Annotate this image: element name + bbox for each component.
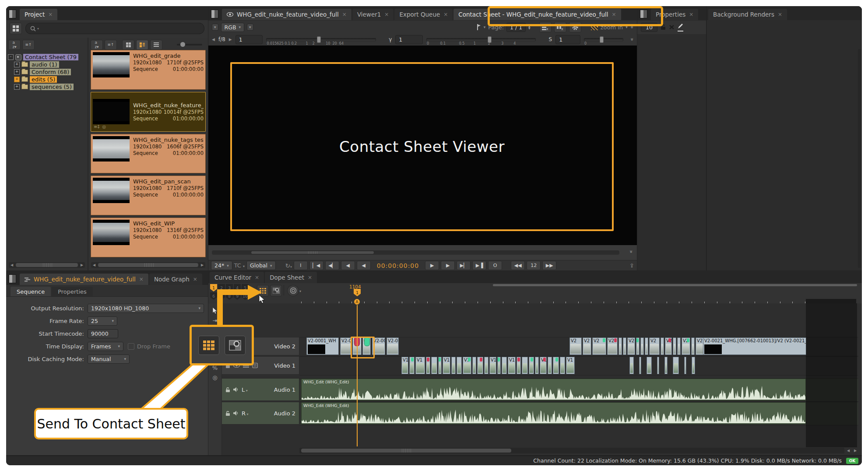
timeline-clip[interactable] bbox=[477, 357, 483, 374]
frame-rate-select[interactable]: 25▾ bbox=[88, 316, 117, 326]
bin-tree-item[interactable]: +edits (5) bbox=[8, 76, 88, 83]
bin-tree-item[interactable]: +audio (1) bbox=[8, 61, 88, 68]
slider-knob[interactable] bbox=[600, 36, 604, 43]
loop-mode-icon[interactable]: ↻▾ bbox=[285, 262, 292, 269]
gamma-slider[interactable]: 0 0.1 0.5 1 2 3 4 bbox=[426, 38, 536, 41]
view-mode-button[interactable] bbox=[10, 23, 22, 34]
audio-clip[interactable]: WHG_Edit (WHG_Edit) bbox=[301, 402, 806, 424]
contact-sheet-rows-button[interactable]: x bbox=[539, 22, 552, 32]
bin-tree-item[interactable]: -Contact Sheet (79 bbox=[8, 53, 88, 61]
edit-mode-toggle[interactable] bbox=[678, 23, 683, 32]
gain-value[interactable]: 1 bbox=[235, 35, 263, 44]
timeline-clip[interactable] bbox=[692, 357, 695, 374]
timeline-clip[interactable] bbox=[684, 357, 686, 374]
timeline-clip[interactable]: V1 bbox=[508, 357, 516, 374]
timeline-clip[interactable]: V2 bbox=[682, 337, 690, 355]
tree-toggle-icon[interactable]: + bbox=[14, 77, 20, 82]
tab-export-queue[interactable]: Export Queue × bbox=[394, 9, 453, 20]
timeline-clip[interactable] bbox=[517, 357, 521, 374]
play-backward-button[interactable]: ◀ bbox=[341, 261, 355, 270]
tab-contact-sheet[interactable]: Contact Sheet - WHG_edit_nuke_feature_vi… bbox=[453, 9, 621, 20]
rate-value[interactable]: 12 bbox=[527, 261, 541, 270]
timeline-clip[interactable] bbox=[618, 337, 622, 355]
tree-toggle-icon[interactable]: + bbox=[14, 62, 20, 67]
fps-dropdown[interactable]: 24*▾ bbox=[211, 261, 232, 270]
timeline-clip[interactable]: V2-0 bbox=[340, 337, 351, 355]
timeline-clip[interactable] bbox=[560, 357, 565, 374]
clip-card[interactable]: WHG_edit_grade1920x10801710f @25FPSSeque… bbox=[91, 50, 206, 90]
timeline-clip[interactable] bbox=[431, 357, 437, 374]
chevron-down-icon[interactable]: ▾ bbox=[626, 25, 628, 29]
bin-tree-item[interactable]: +Conform (68) bbox=[8, 68, 88, 76]
timeline-clip[interactable] bbox=[426, 357, 430, 374]
tree-toggle-icon[interactable]: + bbox=[14, 84, 20, 90]
time-display-select[interactable]: Frames▾ bbox=[88, 342, 123, 351]
timeline-clip[interactable] bbox=[673, 337, 676, 355]
timeline-clip[interactable] bbox=[645, 337, 648, 355]
arrow-right-icon[interactable]: ▶ bbox=[229, 37, 232, 42]
scrollbar-thumb[interactable] bbox=[98, 263, 198, 267]
timeline-clip[interactable] bbox=[522, 357, 528, 374]
decrease-rate-button[interactable]: ◀◀ bbox=[511, 261, 525, 270]
vertical-scrollbar[interactable] bbox=[858, 49, 861, 268]
timeline-clip[interactable] bbox=[677, 337, 681, 355]
audio-clip[interactable]: WHG_Edit (WHG_Edit) bbox=[301, 379, 806, 400]
timeline-clip[interactable]: V1 bbox=[540, 357, 547, 374]
timeline-clip[interactable] bbox=[484, 357, 488, 374]
sort-alpha-button[interactable]: az▾ bbox=[8, 40, 21, 50]
gain-slider[interactable]: 0.015625 0.1 0.2 1 2 10 20 64 bbox=[266, 38, 376, 41]
close-icon[interactable]: × bbox=[48, 12, 53, 17]
goto-start-button[interactable]: ▏◀ bbox=[309, 261, 323, 270]
disk-caching-select[interactable]: Manual▾ bbox=[88, 355, 130, 364]
timeline-clip[interactable] bbox=[457, 357, 462, 374]
clip-card[interactable]: WHG_edit_WIP1920x10801316f @25FPSSequenc… bbox=[91, 218, 206, 257]
clip-card[interactable]: WHG_edit_pan_scan1920x10801710f @25FPSSe… bbox=[91, 176, 206, 215]
timeline-clip[interactable] bbox=[647, 357, 652, 374]
list-view-button[interactable] bbox=[150, 40, 162, 50]
close-icon[interactable]: × bbox=[308, 275, 312, 280]
timeline-clip[interactable]: V2 bbox=[583, 337, 591, 355]
sort-order-button[interactable]: ≡↑ bbox=[22, 40, 35, 50]
search-input[interactable]: ▾ bbox=[25, 23, 204, 34]
tab-project[interactable]: Project × bbox=[20, 9, 57, 20]
timeline-clip[interactable] bbox=[535, 357, 539, 374]
panel-menu-icon[interactable] bbox=[9, 274, 16, 283]
chevron-down-icon[interactable]: ▾ bbox=[484, 25, 486, 29]
timeline-clip[interactable]: V2 bbox=[569, 337, 582, 355]
settings-button[interactable] bbox=[569, 22, 581, 32]
viewer-canvas[interactable]: Contact Sheet Viewer bbox=[208, 46, 637, 245]
bin-tree-item[interactable]: +sequences (5) bbox=[8, 83, 88, 91]
close-icon[interactable]: × bbox=[384, 12, 389, 17]
set-out-button[interactable]: O bbox=[488, 261, 502, 270]
lock-icon[interactable] bbox=[661, 24, 666, 30]
zoom-mode-dropdown[interactable]: zoom in bbox=[601, 24, 623, 31]
drop-frame-checkbox[interactable] bbox=[128, 343, 134, 350]
arrow-left-icon[interactable]: ◀ bbox=[212, 37, 215, 42]
playhead-line[interactable] bbox=[357, 305, 358, 446]
timeline-clip[interactable]: V2-0( bbox=[387, 337, 399, 355]
thumbnail-size-slider[interactable] bbox=[177, 44, 202, 46]
timeline-clip[interactable] bbox=[629, 357, 634, 374]
timeline-clip[interactable] bbox=[636, 337, 640, 355]
timeline-clip[interactable]: V1 bbox=[489, 357, 496, 374]
timeline-clip[interactable]: V2 bbox=[649, 337, 660, 355]
timeline-clip[interactable] bbox=[661, 337, 664, 355]
tab-node-graph[interactable]: Node Graph × bbox=[149, 274, 202, 285]
close-icon[interactable]: × bbox=[689, 12, 693, 17]
scroll-left-icon[interactable]: ◀ bbox=[91, 262, 97, 268]
tc-mode-dropdown[interactable]: TC ▾ bbox=[234, 262, 245, 269]
close-icon[interactable]: × bbox=[139, 277, 144, 282]
clip-card[interactable]: WHG_edit_nuke_tags test1920x10801606f @2… bbox=[91, 134, 206, 174]
panel-menu-icon[interactable] bbox=[9, 10, 16, 18]
clip-card[interactable]: WHG_edit_nuke_feature_video_full1920x108… bbox=[91, 92, 206, 132]
chevron-double-icon[interactable]: » bbox=[628, 250, 634, 253]
timeline-clip[interactable] bbox=[553, 357, 559, 374]
timeline-clip[interactable] bbox=[451, 357, 456, 374]
close-icon[interactable]: × bbox=[193, 277, 197, 282]
close-icon[interactable]: × bbox=[611, 12, 616, 17]
mini-dropdown[interactable]: ▾ bbox=[212, 24, 218, 31]
timeline-clip[interactable]: V1 bbox=[443, 357, 450, 374]
timeline-clip[interactable]: V1 bbox=[566, 357, 575, 374]
goto-end-button[interactable]: ▶▐ bbox=[472, 261, 486, 270]
panel-menu-icon[interactable] bbox=[640, 10, 647, 18]
